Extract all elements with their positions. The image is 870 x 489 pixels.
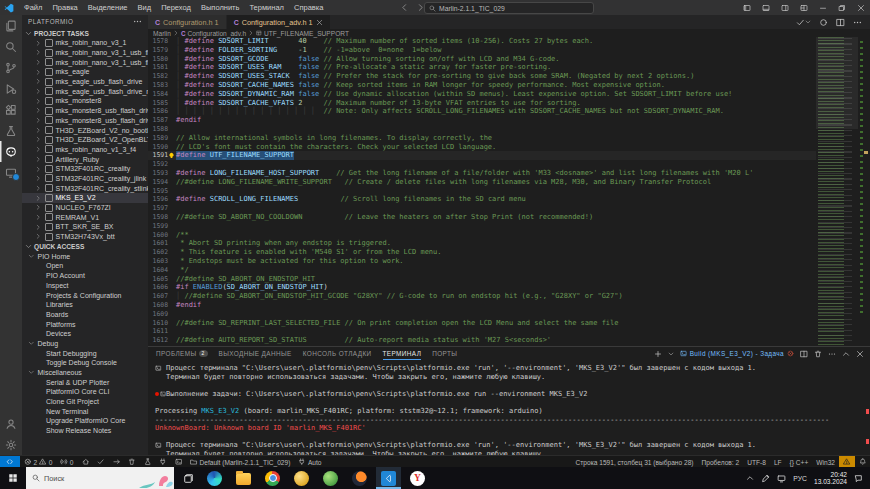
breadcrumb-item[interactable]: UTF_FILENAME_SUPPORT xyxy=(264,30,349,37)
taskbar-yandex-browser-icon[interactable]: Y xyxy=(410,471,425,486)
editor-tab[interactable]: CConfiguration_adv.h 1 xyxy=(227,15,331,29)
task-env-STM32F401RC_creality[interactable]: STM32F401RC_creality xyxy=(22,164,148,174)
task-env-MKS_E3_V2[interactable]: MKS_E3_V2 xyxy=(22,193,148,203)
task-env-TH3D_EZBoard_V2_no_bootloa...[interactable]: TH3D_EZBoard_V2_no_bootloa... xyxy=(22,125,148,135)
quick-item-Upgrade PlatformIO Core[interactable]: Upgrade PlatformIO Core xyxy=(22,416,148,426)
taskbar-vscode-icon[interactable] xyxy=(381,471,396,486)
maximize-panel-icon[interactable] xyxy=(842,350,850,358)
task-env-REMRAM_V1[interactable]: REMRAM_V1 xyxy=(22,212,148,222)
activity-settings-icon[interactable] xyxy=(0,434,22,455)
breadcrumb-item[interactable]: Configuration_adv.h xyxy=(188,30,247,37)
pen-input-icon[interactable] xyxy=(761,474,770,483)
task-env-mks_eagle_usb_flash_drive_msc[interactable]: mks_eagle_usb_flash_drive_msc xyxy=(22,86,148,96)
task-env-TH3D_EZBoard_V2_OpenBLT[interactable]: TH3D_EZBoard_V2_OpenBLT xyxy=(22,135,148,145)
tray-expand-icon[interactable] xyxy=(746,474,754,482)
task-env-STM32F401RC_creality_stlink[interactable]: STM32F401RC_creality_stlink xyxy=(22,183,148,193)
task-env-mks_robin_nano_v3_1_usb_flas...[interactable]: mks_robin_nano_v3_1_usb_flas... xyxy=(22,48,148,58)
quick-item-Inspect[interactable]: Inspect xyxy=(22,281,148,291)
task-env-mks_robin_nano_v1_3_f4[interactable]: mks_robin_nano_v1_3_f4 xyxy=(22,145,148,155)
language-indicator[interactable]: РУС xyxy=(793,475,807,482)
menu-Правка[interactable]: Правка xyxy=(47,3,82,12)
close-panel-icon[interactable] xyxy=(856,350,864,358)
quick-group-Miscellaneous[interactable]: Miscellaneous xyxy=(22,368,148,378)
task-env-mks_eagle_usb_flash_drive[interactable]: mks_eagle_usb_flash_drive xyxy=(22,77,148,87)
close-window-icon[interactable] xyxy=(851,0,870,15)
task-env-NUCLEO_F767ZI[interactable]: NUCLEO_F767ZI xyxy=(22,203,148,213)
split-terminal-icon[interactable] xyxy=(800,350,808,358)
layout-panel-icon[interactable] xyxy=(756,0,775,15)
task-env-mks_monster8_usb_flash_drive[interactable]: mks_monster8_usb_flash_drive xyxy=(22,106,148,116)
code-area[interactable]: 1578│ #define SDSORT_LIMIT 40 // Maximum… xyxy=(148,37,816,346)
panel-tab-ПОРТЫ[interactable]: ПОРТЫ xyxy=(432,347,457,360)
quick-item-New Terminal[interactable]: New Terminal xyxy=(22,406,148,416)
task-env-mks_robin_nano_v3_1[interactable]: mks_robin_nano_v3_1 xyxy=(22,38,148,48)
taskbar-app-gold-icon[interactable] xyxy=(294,471,309,486)
menu-Справка[interactable]: Справка xyxy=(289,3,328,12)
quick-group-PIO Home[interactable]: PIO Home xyxy=(22,251,148,261)
panel-tab-ТЕРМИНАЛ[interactable]: ТЕРМИНАЛ xyxy=(383,347,422,360)
quick-item-Open[interactable]: Open xyxy=(22,261,148,271)
quick-item-Clone Git Project[interactable]: Clone Git Project xyxy=(22,397,148,407)
taskbar-search-input[interactable]: Поиск xyxy=(26,467,174,489)
activity-testing-icon[interactable] xyxy=(0,120,22,141)
split-editor-icon[interactable] xyxy=(836,18,845,27)
minimap-slider[interactable] xyxy=(816,37,858,129)
terminal-dropdown-icon[interactable] xyxy=(668,351,674,357)
breadcrumb-item[interactable]: Marlin xyxy=(153,30,171,37)
activity-search-icon[interactable] xyxy=(0,36,22,57)
run-circle-icon[interactable] xyxy=(819,18,828,27)
quick-item-Toggle Debug Console[interactable]: Toggle Debug Console xyxy=(22,358,148,368)
menu-Переход[interactable]: Переход xyxy=(156,3,196,12)
start-button[interactable] xyxy=(0,467,26,489)
quick-group-Debug[interactable]: Debug xyxy=(22,339,148,349)
more-actions-icon[interactable] xyxy=(853,18,862,27)
panel-more-icon[interactable] xyxy=(828,350,836,358)
new-terminal-icon[interactable] xyxy=(654,350,662,358)
panel-tab-ПРОБЛЕМЫ[interactable]: ПРОБЛЕМЫ2 xyxy=(156,347,208,360)
terminal-output[interactable]: Процесс терминала "C:\Users\user\.platfo… xyxy=(155,364,856,454)
activity-extensions-icon[interactable] xyxy=(0,99,22,120)
taskbar-file-explorer-icon[interactable] xyxy=(236,473,251,485)
activity-account-icon[interactable] xyxy=(0,413,22,434)
panel-tab-ВЫХОДНЫЕ ДАННЫЕ[interactable]: ВЫХОДНЫЕ ДАННЫЕ xyxy=(219,347,292,360)
run-task-check-icon[interactable] xyxy=(796,18,811,27)
breadcrumb[interactable]: MarlinCConfiguration_adv.hUTF_FILENAME_S… xyxy=(148,29,870,37)
task-env-mks_monster8_usb_flash_drive...[interactable]: mks_monster8_usb_flash_drive... xyxy=(22,116,148,126)
section-quick-access[interactable]: QUICK ACCESS xyxy=(22,241,148,251)
sidebar-more-actions-icon[interactable] xyxy=(133,17,142,26)
activity-remote-explorer-icon[interactable] xyxy=(0,162,22,183)
activity-source-control-icon[interactable] xyxy=(0,57,22,78)
panel-tab-КОНСОЛЬ ОТЛАДКИ[interactable]: КОНСОЛЬ ОТЛАДКИ xyxy=(303,347,372,360)
quick-item-Serial & UDP Plotter[interactable]: Serial & UDP Plotter xyxy=(22,377,148,387)
menu-Вид[interactable]: Вид xyxy=(133,3,157,12)
quick-item-Devices[interactable]: Devices xyxy=(22,329,148,339)
task-env-STM32H743Vx_btt[interactable]: STM32H743Vx_btt xyxy=(22,232,148,242)
minimap[interactable] xyxy=(816,37,858,346)
customize-layout-icon[interactable] xyxy=(794,0,813,15)
back-icon[interactable] xyxy=(400,3,409,12)
layout-sidebar-left-icon[interactable] xyxy=(737,0,756,15)
menu-Терминал[interactable]: Терминал xyxy=(244,3,289,12)
quick-item-Platforms[interactable]: Platforms xyxy=(22,319,148,329)
task-env-BTT_SKR_SE_BX[interactable]: BTT_SKR_SE_BX xyxy=(22,222,148,232)
activity-explorer-icon[interactable] xyxy=(0,15,22,36)
menu-Файл[interactable]: Файл xyxy=(19,3,47,12)
quick-item-Projects & Configuration[interactable]: Projects & Configuration xyxy=(22,290,148,300)
activity-platformio-icon[interactable] xyxy=(0,141,22,162)
quick-item-Show Release Notes[interactable]: Show Release Notes xyxy=(22,426,148,436)
taskbar-app-green-icon[interactable] xyxy=(323,471,338,486)
kill-terminal-icon[interactable] xyxy=(814,350,822,358)
taskbar-chrome-icon[interactable] xyxy=(265,471,280,486)
command-center[interactable]: Marlin-2.1.1_TIC_029 xyxy=(424,2,594,14)
quick-item-PIO Account[interactable]: PIO Account xyxy=(22,271,148,281)
taskbar-edge-icon[interactable] xyxy=(207,471,222,486)
quick-item-Boards[interactable]: Boards xyxy=(22,310,148,320)
quick-item-Libraries[interactable]: Libraries xyxy=(22,300,148,310)
quick-item-Start Debugging[interactable]: Start Debugging xyxy=(22,348,148,358)
quick-item-PlatformIO Core CLI[interactable]: PlatformIO Core CLI xyxy=(22,387,148,397)
layout-sidebar-right-icon[interactable] xyxy=(775,0,794,15)
task-view-icon[interactable] xyxy=(183,473,194,484)
clock[interactable]: 20:42 13.03.2024 xyxy=(814,471,847,486)
restore-icon[interactable] xyxy=(832,0,851,15)
task-env-mks_robin_nano_v3_1_usb_flas...[interactable]: mks_robin_nano_v3_1_usb_flas... xyxy=(22,57,148,67)
